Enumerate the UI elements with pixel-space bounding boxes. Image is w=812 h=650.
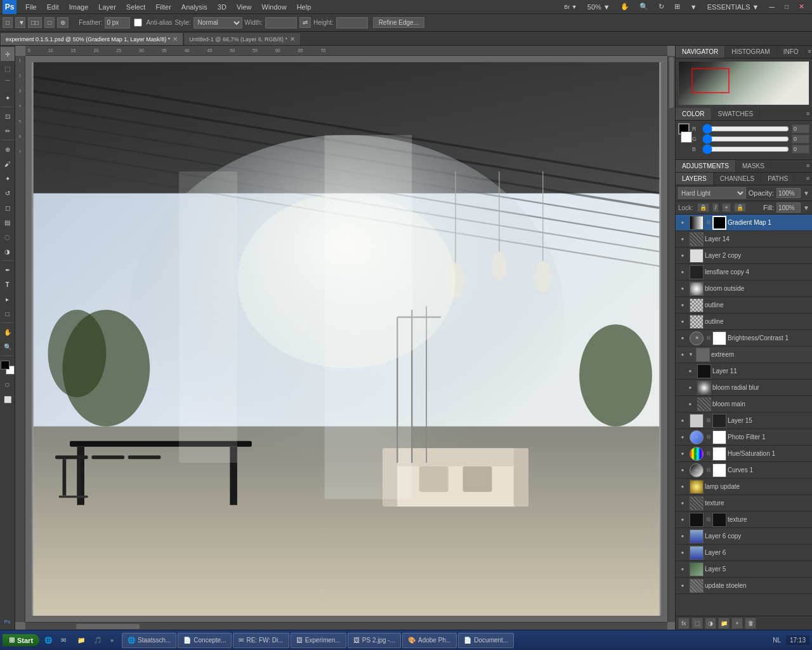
layer-mask-texture-2[interactable] bbox=[712, 513, 726, 527]
taskbar-lang[interactable]: NL bbox=[769, 635, 785, 645]
layer-eye-lamp-update[interactable] bbox=[677, 481, 688, 493]
layer-row-outline-1[interactable]: outline bbox=[676, 297, 812, 314]
width-input[interactable] bbox=[265, 17, 297, 29]
layer-eye-bloom-radial[interactable] bbox=[684, 382, 696, 394]
layer-row-bloom-outside[interactable]: bloom outside bbox=[676, 281, 812, 297]
layer-row-layer6[interactable]: Layer 6 bbox=[676, 545, 812, 561]
menu-help[interactable]: Help bbox=[292, 2, 317, 12]
layer-eye-outline-2[interactable] bbox=[677, 316, 688, 328]
fill-arrow[interactable]: ▼ bbox=[803, 204, 809, 211]
layer-mask-btn[interactable]: ⬚ bbox=[691, 618, 703, 629]
color-swatches[interactable] bbox=[1, 361, 15, 375]
clone-tool[interactable]: ✦ bbox=[1, 171, 15, 185]
pen-tool[interactable]: ✒ bbox=[1, 263, 15, 277]
antialias-checkbox[interactable] bbox=[134, 18, 142, 27]
zoom-level[interactable]: 50% ▼ bbox=[582, 2, 615, 12]
layer-row-update-stoelen[interactable]: update stoelen bbox=[676, 578, 812, 594]
start-button[interactable]: ⊞ Start bbox=[3, 634, 39, 646]
zoom-tool-icon[interactable]: 🔍 bbox=[634, 1, 653, 12]
lasso-tool[interactable]: ⌒ bbox=[1, 76, 15, 90]
dodge-tool[interactable]: ◑ bbox=[1, 244, 15, 258]
menu-file[interactable]: File bbox=[20, 2, 42, 12]
menu-image[interactable]: Image bbox=[64, 2, 94, 12]
layer-row-bloom-radial[interactable]: bloom radial blur bbox=[676, 380, 812, 396]
blur-tool[interactable]: ◌ bbox=[1, 230, 15, 244]
layer-row-curves[interactable]: ○ ⛓ Curves 1 bbox=[676, 462, 812, 479]
scrollbar-horizontal[interactable] bbox=[25, 622, 667, 630]
shape-tool[interactable]: □ bbox=[1, 307, 15, 321]
tab-masks[interactable]: MASKS bbox=[736, 160, 771, 172]
lock-pos-icon[interactable]: 🔒 bbox=[697, 203, 709, 212]
tab-paths[interactable]: PATHS bbox=[761, 173, 795, 185]
tab-0[interactable]: experiment 0.1.5.1.psd @ 50% (Gradient M… bbox=[0, 32, 183, 45]
layer-eye-texture-1[interactable] bbox=[677, 498, 688, 509]
close-button[interactable]: ✕ bbox=[794, 1, 809, 12]
tab-0-close[interactable]: ✕ bbox=[173, 36, 178, 43]
layer-eye-14[interactable] bbox=[677, 234, 688, 245]
layer-row-texture-2[interactable]: ⛓ texture bbox=[676, 512, 812, 528]
crop-tool[interactable]: ⊡ bbox=[1, 109, 15, 123]
minimize-button[interactable]: ─ bbox=[764, 1, 780, 13]
quick-mask-btn[interactable]: ⬡ bbox=[1, 378, 15, 392]
hand-tool[interactable]: ✋ bbox=[1, 325, 15, 339]
tab-channels[interactable]: CHANNELS bbox=[714, 173, 761, 185]
eraser-tool[interactable]: ◻ bbox=[1, 201, 15, 215]
layer-row-hue-sat[interactable]: ○ ⛓ Hue/Saturation 1 bbox=[676, 446, 812, 462]
layer-fx-btn[interactable]: fx bbox=[678, 618, 690, 629]
blue-value[interactable] bbox=[792, 145, 809, 154]
more-icon[interactable]: ▼ bbox=[685, 2, 702, 12]
tab-info[interactable]: INFO bbox=[777, 46, 806, 58]
fill-input[interactable] bbox=[776, 202, 801, 213]
text-tool[interactable]: T bbox=[1, 277, 15, 291]
taskbar-item-concepte[interactable]: 📄 Concepte... bbox=[178, 633, 232, 648]
tab-1-close[interactable]: ✕ bbox=[290, 36, 295, 43]
layer-mask-15[interactable] bbox=[712, 414, 726, 428]
layer-eye-15[interactable] bbox=[677, 415, 688, 427]
move-tool[interactable]: ✛ bbox=[1, 47, 15, 61]
menu-3d[interactable]: 3D bbox=[213, 2, 232, 12]
taskbar-clock[interactable]: 17:13 bbox=[786, 635, 809, 645]
marquee-tool[interactable]: ⬚ bbox=[1, 62, 15, 76]
red-slider[interactable] bbox=[702, 126, 789, 131]
layers-options-icon[interactable]: ≡ bbox=[804, 173, 812, 185]
layer-group-btn[interactable]: 📁 bbox=[718, 618, 730, 629]
menu-window[interactable]: Window bbox=[257, 2, 292, 12]
essentials-label[interactable]: ESSENTIALS ▼ bbox=[702, 2, 764, 12]
layer-eye-photo-filter[interactable] bbox=[677, 432, 688, 443]
layer-row-texture-1[interactable]: texture bbox=[676, 495, 812, 512]
layer-eye-11[interactable] bbox=[684, 366, 696, 377]
layer-row-photo-filter[interactable]: ○ ⛓ Photo Filter 1 bbox=[676, 429, 812, 446]
screen-mode-btn[interactable]: ⬜ bbox=[1, 392, 15, 406]
layer-row-lensflare4[interactable]: lensflare copy 4 bbox=[676, 264, 812, 281]
layer-eye-lensflare4[interactable] bbox=[677, 267, 688, 278]
taskbar-icon-folder[interactable]: 📁 bbox=[77, 633, 93, 648]
layer-eye-extreem[interactable] bbox=[677, 349, 688, 361]
bridge-icon[interactable]: Br ▼ bbox=[559, 3, 582, 11]
layer-eye-brightness[interactable] bbox=[677, 333, 688, 344]
taskbar-icon-email[interactable]: ✉ bbox=[61, 633, 76, 648]
marquee-rect-btn[interactable]: □ bbox=[3, 17, 13, 28]
layer-eye-curves[interactable] bbox=[677, 465, 688, 476]
tab-1[interactable]: Untitled-1 @ 66,7% (Layer 6, RGB/8) * ✕ bbox=[183, 32, 301, 45]
lock-pixel-icon[interactable]: / bbox=[712, 203, 719, 212]
tab-navigator[interactable]: NAVIGATOR bbox=[676, 46, 725, 58]
taskbar-item-experimen[interactable]: 🖼 Experimen... bbox=[291, 633, 346, 648]
grid-icon[interactable]: ⊞ bbox=[669, 1, 685, 12]
foreground-color-swatch[interactable] bbox=[1, 361, 10, 369]
nav-viewport-rect[interactable] bbox=[691, 68, 730, 93]
taskbar-item-document[interactable]: 📄 Document... bbox=[458, 633, 514, 648]
layer-eye-texture-2[interactable] bbox=[677, 514, 688, 526]
taskbar-icon-ie[interactable]: 🌐 bbox=[44, 633, 60, 648]
layer-row-layer5[interactable]: Layer 5 bbox=[676, 561, 812, 578]
bg-color-box[interactable] bbox=[681, 131, 692, 143]
layer-row-bloom-main[interactable]: bloom main bbox=[676, 396, 812, 413]
layers-list[interactable]: Gradient Map 1 Layer 14 Layer 2 copy bbox=[676, 215, 812, 616]
layer-mask-curves[interactable] bbox=[712, 463, 726, 477]
marquee-btn4[interactable]: ⊕ bbox=[57, 17, 69, 28]
layer-row-15[interactable]: ⛓ Layer 15 bbox=[676, 413, 812, 429]
layer-eye-layer6[interactable] bbox=[677, 547, 688, 559]
marquee-btn2[interactable]: □□ bbox=[28, 17, 42, 28]
layer-eye-gradient-map-1[interactable] bbox=[677, 217, 688, 229]
layer-mask-gradient-map-1[interactable] bbox=[712, 216, 726, 230]
tab-layers[interactable]: LAYERS bbox=[676, 173, 714, 185]
